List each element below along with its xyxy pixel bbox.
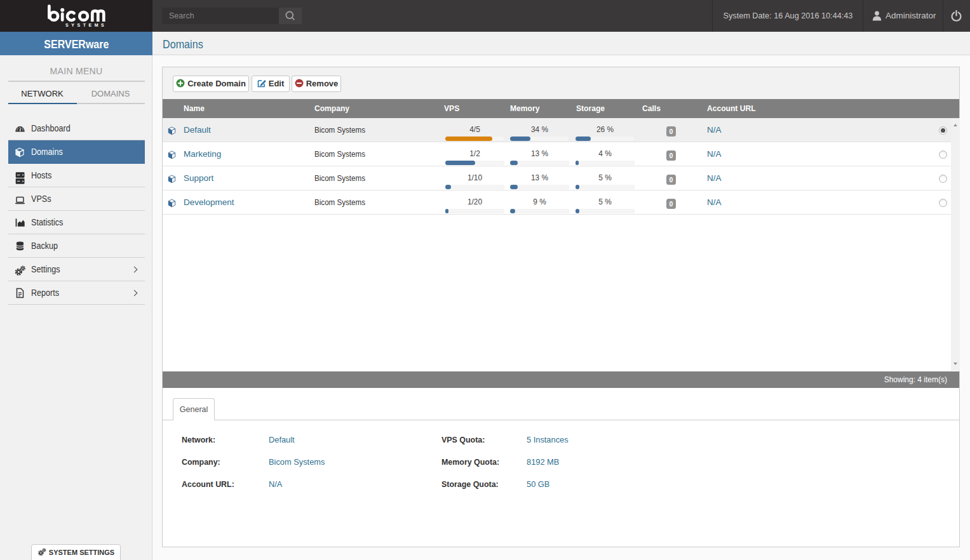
svg-text:SYSTEMS: SYSTEMS [65,23,107,27]
